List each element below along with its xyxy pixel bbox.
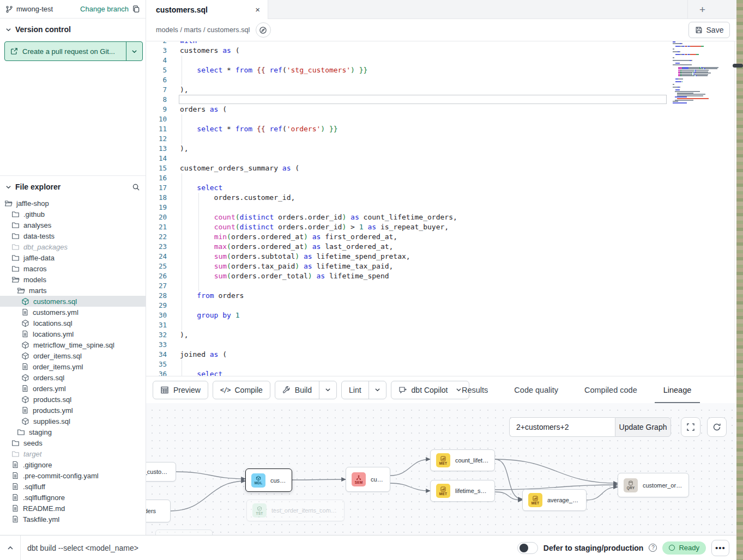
tree-item-customers-yml[interactable]: customers.yml xyxy=(0,307,146,318)
chevron-down-icon[interactable] xyxy=(5,184,11,190)
tree-item-locations-sql[interactable]: locations.sql xyxy=(0,318,146,328)
create-pull-request-button[interactable]: Create a pull request on Git... xyxy=(4,41,143,61)
window-scrollbar-handle[interactable] xyxy=(733,64,743,68)
tree-item-label: metricflow_time_spine.sql xyxy=(33,341,114,349)
help-icon[interactable]: ? xyxy=(649,544,657,552)
tree-item-readme-md[interactable]: README.md xyxy=(0,503,146,514)
tree-item-jaffle-data[interactable]: jaffle-data xyxy=(0,252,146,263)
met-node-icon: MET xyxy=(436,484,450,498)
node-label: test_order_items_compute_to_bools... xyxy=(271,507,339,514)
code-line-36: select xyxy=(180,369,222,376)
chevron-down-icon[interactable] xyxy=(369,381,386,399)
line-number: 35 xyxy=(146,360,167,369)
tree-item-metricflow-time-spine-sql[interactable]: metricflow_time_spine.sql xyxy=(0,339,146,350)
change-branch-link[interactable]: Change branch xyxy=(80,5,129,13)
lineage-node-stg_customers[interactable]: stg_customers xyxy=(146,462,176,482)
tree-item-analyses[interactable]: analyses xyxy=(0,220,146,230)
tab-compiled-code[interactable]: Compiled code xyxy=(583,376,638,404)
tab-lineage[interactable]: Lineage xyxy=(662,376,693,404)
tree-item--sqlfluff[interactable]: .sqlfluff xyxy=(0,481,146,492)
tab-customers-sql[interactable]: customers.sql × xyxy=(146,0,268,19)
version-control-header[interactable]: Version control xyxy=(0,19,146,38)
lineage-node-average_order_value[interactable]: METaverage_order_value xyxy=(522,489,587,511)
file-icon xyxy=(21,330,29,338)
tree-item-order-items-yml[interactable]: order_items.yml xyxy=(0,361,146,372)
folder-open-icon xyxy=(17,287,25,295)
command-input[interactable] xyxy=(21,544,517,552)
lineage-node-test_bools[interactable]: TSTtest_order_items_compute_to_bools... xyxy=(246,500,345,521)
line-number: 7 xyxy=(146,85,167,95)
tree-item-staging[interactable]: staging xyxy=(0,427,146,437)
node-label: lifetime_spend_pretax xyxy=(455,488,489,494)
tree-item-locations-yml[interactable]: locations.yml xyxy=(0,328,146,339)
tree-item--sqlfluffignore[interactable]: .sqlfluffignore xyxy=(0,492,146,503)
create-pr-dropdown[interactable] xyxy=(126,42,142,60)
save-button[interactable]: Save xyxy=(688,22,730,38)
model-icon xyxy=(21,374,29,382)
code-editor[interactable]: 2345678910111213141516171819202122232425… xyxy=(146,41,736,376)
lineage-node-customers_sem[interactable]: SEMcustomers xyxy=(346,467,390,492)
code-line-23: max(orders.ordered_at) as last_ordered_a… xyxy=(180,242,393,252)
tree-item-target[interactable]: target xyxy=(0,448,146,459)
tree-item-orders-sql[interactable]: orders.sql xyxy=(0,372,146,383)
tree-item-seeds[interactable]: seeds xyxy=(0,437,146,448)
chevron-down-icon[interactable] xyxy=(319,381,336,399)
code-line-21: count(distinct orders.order_id) > 1 as i… xyxy=(180,222,449,232)
new-tab-button[interactable]: + xyxy=(699,4,705,16)
tree-item-taskfile-yml[interactable]: Taskfile.yml xyxy=(0,514,146,525)
preview-button[interactable]: Preview xyxy=(153,381,208,399)
tab-code-quality[interactable]: Code quality xyxy=(513,376,559,404)
lint-button[interactable]: Lint xyxy=(341,381,386,399)
dbt-copilot-button[interactable]: dbt Copilot xyxy=(391,381,469,399)
more-options-button[interactable]: ••• xyxy=(711,540,729,556)
copy-icon[interactable] xyxy=(132,5,140,13)
lineage-selector-input[interactable] xyxy=(509,417,615,437)
tree-item--github[interactable]: .github xyxy=(0,209,146,220)
tree-item-jaffle-shop[interactable]: jaffle-shop xyxy=(0,198,146,209)
tree-item-supplies-sql[interactable]: supplies.sql xyxy=(0,416,146,427)
line-number: 6 xyxy=(146,75,167,85)
tree-item--gitignore[interactable]: .gitignore xyxy=(0,459,146,470)
node-label: stg_customers xyxy=(146,468,170,475)
collapse-panel-button[interactable] xyxy=(0,535,21,560)
line-number: 13 xyxy=(146,144,167,154)
tree-item-order-items-sql[interactable]: order_items.sql xyxy=(0,350,146,361)
tree-item--pre-commit-config-yaml[interactable]: .pre-commit-config.yaml xyxy=(0,470,146,481)
tree-item-data-tests[interactable]: data-tests xyxy=(0,230,146,241)
tree-item-orders-yml[interactable]: orders.yml xyxy=(0,383,146,394)
tree-item-models[interactable]: models xyxy=(0,274,146,285)
lineage-node-lifetime_spend_pretax[interactable]: METlifetime_spend_pretax xyxy=(430,480,495,502)
tree-item-customers-sql[interactable]: customers.sql xyxy=(0,296,146,307)
button-label: dbt Copilot xyxy=(412,386,448,394)
lineage-node-count_lifetime_orders[interactable]: METcount_lifetime_orders xyxy=(430,449,495,471)
tree-item-label: products.sql xyxy=(33,395,71,404)
tree-item-products-yml[interactable]: products.yml xyxy=(0,405,146,416)
save-label: Save xyxy=(706,26,724,34)
lineage-node-customers_mdl[interactable]: MDLcustomers xyxy=(245,468,292,492)
minimap[interactable] xyxy=(673,41,721,107)
version-control-title: Version control xyxy=(15,25,71,34)
compile-button[interactable]: </>Compile xyxy=(213,381,270,399)
refresh-button[interactable] xyxy=(707,417,727,437)
tab-results[interactable]: Results xyxy=(461,376,489,404)
tree-item-products-sql[interactable]: products.sql xyxy=(0,394,146,405)
lineage-node-ghost_cut[interactable] xyxy=(155,529,213,535)
build-button[interactable]: Build xyxy=(275,381,337,399)
tree-item-marts[interactable]: marts xyxy=(0,285,146,296)
lineage-node-orders[interactable]: orders xyxy=(146,500,171,522)
defer-toggle[interactable] xyxy=(517,542,538,554)
update-graph-button[interactable]: Update Graph xyxy=(615,417,671,437)
fullscreen-button[interactable] xyxy=(681,417,700,437)
compass-icon-button[interactable] xyxy=(256,22,271,38)
fullscreen-icon xyxy=(686,423,695,431)
lineage-node-customer_order_metrics[interactable]: QRYcustomer_order_metrics xyxy=(618,473,689,497)
save-icon xyxy=(695,26,703,34)
line-number: 26 xyxy=(146,271,167,281)
tree-item-dbt-packages[interactable]: dbt_packages xyxy=(0,241,146,252)
branch-row: mwong-test Change branch xyxy=(0,0,146,19)
line-number: 34 xyxy=(146,350,167,360)
model-icon xyxy=(21,352,29,360)
close-icon[interactable]: × xyxy=(255,5,260,14)
tree-item-macros[interactable]: macros xyxy=(0,263,146,274)
search-icon[interactable] xyxy=(132,183,140,191)
